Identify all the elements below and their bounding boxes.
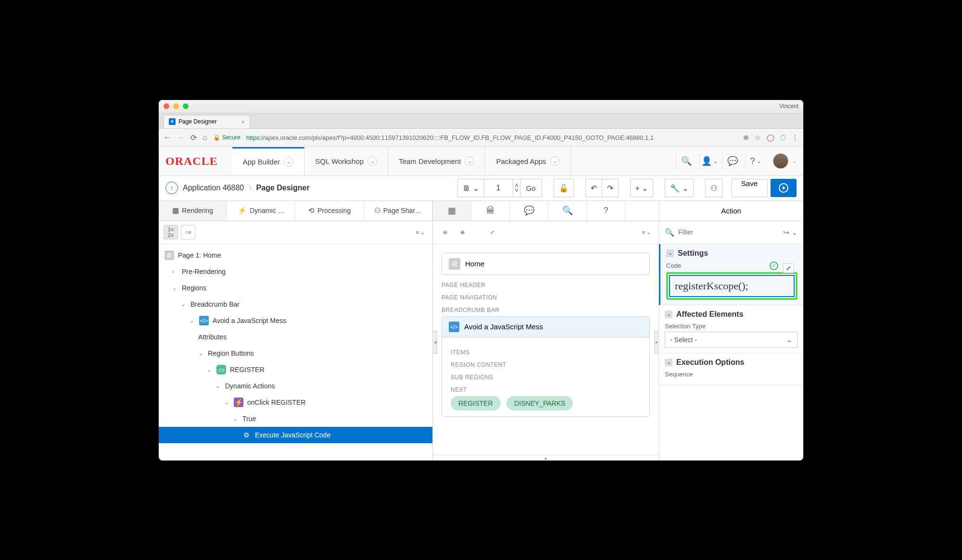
nav-app-builder[interactable]: App Builder⌄ (232, 147, 305, 175)
tab-dynamic-actions[interactable]: ⚡Dynamic … (227, 201, 295, 221)
chevron-down-icon[interactable]: ⌄ (367, 156, 377, 166)
nav-sql-workshop[interactable]: SQL Workshop⌄ (304, 147, 388, 175)
region-card[interactable]: </> Avoid a JavaScript Mess ITEMS REGION… (442, 316, 650, 417)
search-icon[interactable]: 🔍 (548, 201, 587, 221)
chevron-down-icon: ⌄ (190, 317, 195, 324)
oracle-logo[interactable]: ORACLE (165, 155, 218, 168)
minimize-window-icon[interactable] (173, 103, 179, 109)
button-pill-disney-parks[interactable]: DISNEY_PARKS (506, 396, 573, 411)
code-input[interactable]: registerKscope(); (669, 275, 795, 297)
expand-icon[interactable]: ⤢ (485, 225, 499, 239)
selection-type-select[interactable]: - Select - ⌄ (665, 332, 797, 348)
admin-icon[interactable]: 👤 (699, 151, 719, 171)
view-mode-2[interactable]: ○≡ (181, 225, 195, 239)
help-icon[interactable]: ? (587, 201, 625, 221)
undo-icon[interactable]: ↶ (585, 179, 602, 197)
chevron-down-icon[interactable]: ⌄ (284, 157, 293, 167)
utilities-menu-button[interactable]: 🔧 ⌄ (665, 179, 693, 197)
tree-node-true[interactable]: ⌄True (159, 411, 432, 427)
collapse-icon[interactable]: ⌄ (665, 359, 672, 366)
lock-icon[interactable]: 🔓 (554, 179, 574, 197)
create-menu-button[interactable]: + ⌄ (630, 179, 654, 197)
tree-node-page[interactable]: 🗎Page 1: Home (159, 247, 432, 263)
view-mode-1[interactable]: 1≡2≡ (164, 225, 178, 239)
zoom-indicator-icon[interactable]: ⊕ (743, 134, 749, 141)
layout-menu-button[interactable]: ≡ ⌄ (639, 225, 654, 239)
section-page-navigation: PAGE NAVIGATION (442, 294, 650, 301)
browser-profile-name[interactable]: Vincent (779, 103, 798, 110)
page-stepper[interactable]: ᐱᐯ (513, 179, 520, 197)
url-field[interactable]: https://apex.oracle.com/pls/apex/f?p=400… (246, 134, 737, 141)
left-splitter-handle[interactable]: ◂ (433, 331, 437, 354)
collapse-icon[interactable]: ⌄ (665, 311, 672, 318)
collapse-icon[interactable]: ⌄ (666, 249, 674, 257)
tree-node-region-buttons[interactable]: ⌄Region Buttons (159, 345, 432, 361)
tree-node-regions[interactable]: ⌄Regions (159, 280, 432, 296)
expand-editor-icon[interactable]: ⤢ (783, 263, 794, 273)
run-page-button[interactable] (771, 179, 797, 197)
page-number-input[interactable]: 1 (484, 179, 513, 197)
browser-tab[interactable]: ✕ Page Designer × (164, 115, 250, 128)
tree-node-dynamic-actions[interactable]: ⌄Dynamic Actions (159, 378, 432, 394)
sequence-label: Sequence (665, 371, 693, 378)
tree-node-avoid-js-mess[interactable]: ⌄</>Avoid a JavaScript Mess (159, 312, 432, 329)
shield-icon[interactable]: ⬡ (780, 134, 786, 141)
bolt-icon: ⚡ (238, 206, 247, 215)
reload-icon[interactable]: ⟳ (190, 133, 197, 142)
right-splitter-handle[interactable]: ▸ (654, 331, 659, 354)
tab-processing[interactable]: ⟲Processing (296, 201, 364, 221)
button-pill-register[interactable]: REGISTER (451, 396, 501, 411)
tree-node-attributes[interactable]: Attributes (159, 329, 432, 345)
page-card[interactable]: 🗎 Home (442, 253, 650, 275)
chevron-down-icon: ⌄ (181, 301, 187, 308)
up-level-icon[interactable]: ↑ (165, 182, 178, 194)
tab-action[interactable]: Action (659, 201, 803, 221)
code-editor-highlight: ⤢ registerKscope(); (666, 272, 797, 300)
secure-indicator[interactable]: 🔒 Secure (213, 134, 240, 141)
save-button[interactable]: Save (731, 179, 768, 197)
avatar[interactable] (773, 153, 788, 169)
nav-team-development[interactable]: Team Development⌄ (388, 147, 485, 175)
star-icon[interactable]: ☆ (755, 134, 761, 141)
bottom-splitter-handle[interactable]: ▴ (433, 455, 658, 460)
close-window-icon[interactable] (164, 103, 169, 109)
zoom-out-icon[interactable]: ⊖ (438, 225, 452, 239)
chevron-down-icon: ⌄ (215, 383, 221, 389)
go-button[interactable]: Go (520, 179, 542, 197)
back-icon[interactable]: ← (164, 133, 171, 142)
redo-icon[interactable]: ↷ (602, 179, 619, 197)
shared-components-icon[interactable]: ⚇ (705, 179, 722, 197)
chevron-down-icon[interactable]: ⌄ (465, 156, 474, 166)
maximize-window-icon[interactable] (183, 103, 189, 109)
play-icon (779, 183, 788, 193)
tree-node-execute-js[interactable]: ⚙Execute JavaScript Code (159, 427, 432, 443)
chevron-down-icon[interactable]: ⌄ (792, 158, 797, 164)
tree-node-onclick-register[interactable]: ⌄⚡onClick REGISTER (159, 394, 432, 411)
zoom-in-icon[interactable]: ⊕ (455, 225, 469, 239)
tab-rendering[interactable]: ▦Rendering (159, 201, 227, 221)
menu-icon[interactable]: ⋮ (792, 134, 798, 141)
help-icon[interactable]: ? (745, 151, 765, 171)
tree-node-pre-rendering[interactable]: ›Pre-Rendering (159, 263, 432, 280)
tab-shared[interactable]: ⚇Page Shar… (364, 201, 432, 221)
feedback-icon[interactable]: 💬 (722, 151, 742, 171)
tree-node-breadcrumb-bar[interactable]: ⌄Breadcrumb Bar (159, 296, 432, 312)
extension-icon[interactable]: ◯ (767, 134, 774, 141)
filter-menu-icon[interactable]: ↪ ⌄ (783, 228, 797, 237)
region-title: Avoid a JavaScript Mess (464, 323, 543, 331)
messages-icon[interactable]: 💬 (510, 201, 548, 221)
tree-node-register-button[interactable]: ⌄▭REGISTER (159, 361, 432, 378)
section-execution-options: Execution Options (676, 358, 744, 367)
layout-view-icon[interactable]: ▦ (433, 201, 471, 221)
close-tab-icon[interactable]: × (241, 118, 245, 125)
component-view-icon[interactable]: 🏛 (471, 201, 510, 221)
filter-input[interactable] (678, 228, 779, 236)
section-items: ITEMS (451, 349, 641, 356)
breadcrumb-app[interactable]: Application 46880 (183, 184, 244, 192)
search-icon[interactable]: 🔍 (676, 151, 696, 171)
home-icon[interactable]: ⌂ (203, 133, 207, 142)
tree-menu-button[interactable]: ≡ ⌄ (413, 225, 428, 239)
chevron-down-icon[interactable]: ⌄ (550, 156, 560, 166)
nav-packaged-apps[interactable]: Packaged Apps⌄ (485, 147, 570, 175)
page-selector-button[interactable]: 🗎 ⌄ (457, 179, 484, 197)
